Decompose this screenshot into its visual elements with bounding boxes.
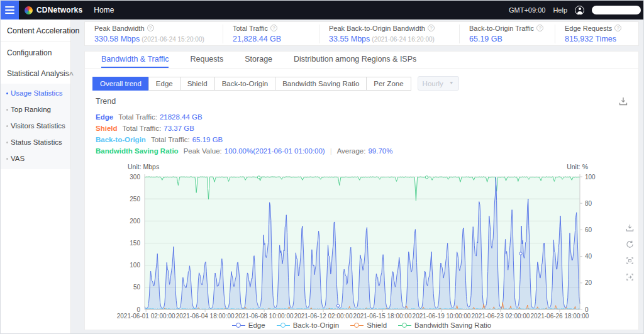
stat-peak-bandwidth: Peak Bandwidth? 330.58 Mbps(2021-06-24 1… xyxy=(85,25,223,43)
summary-bandwidth-saving-ratio: Bandwidth Saving Ratio Peak Value: 100.0… xyxy=(96,145,638,157)
chart-toolbox xyxy=(626,223,634,284)
svg-text:100: 100 xyxy=(585,174,596,181)
svg-text:100: 100 xyxy=(130,262,140,269)
legend-back-to-origin[interactable]: Back-to-Origin xyxy=(277,321,340,329)
trend-heading: Trend xyxy=(96,97,116,106)
subtab-edge[interactable]: Edge xyxy=(148,77,180,91)
sidebar-submenu: Usage Statistics Top Ranking Visitors St… xyxy=(1,84,70,169)
sidebar: Content Acceleration Configuration Stati… xyxy=(1,19,71,333)
subtab-overall-trend[interactable]: Overall trend xyxy=(92,77,149,91)
refresh-icon[interactable] xyxy=(626,240,634,251)
interval-select[interactable]: Hourly ▼ xyxy=(418,76,459,91)
sidebar-item-vas[interactable]: VAS xyxy=(1,150,70,167)
tab-requests[interactable]: Requests xyxy=(190,55,223,68)
svg-text:2021-06-08 10:00:00: 2021-06-08 10:00:00 xyxy=(235,313,294,320)
svg-text:2021-06-26 18:00:00: 2021-06-26 18:00:00 xyxy=(531,313,589,320)
cdnetworks-logo-icon xyxy=(25,6,33,14)
summary-edge: Edge Total Traffic: 21828.44 GB xyxy=(96,111,638,123)
svg-text:80: 80 xyxy=(585,200,592,207)
svg-text:2021-06-19 10:00:00: 2021-06-19 10:00:00 xyxy=(413,313,471,320)
sidebar-item-top-ranking[interactable]: Top Ranking xyxy=(1,101,70,118)
analysis-panel: Bandwidth & Traffic Requests Storage Dis… xyxy=(84,51,639,330)
legend-marker-icon xyxy=(277,323,290,328)
legend-marker-icon xyxy=(350,323,364,328)
svg-text:Unit: %: Unit: % xyxy=(567,163,588,170)
help-circle-icon[interactable]: ? xyxy=(147,25,154,31)
sidebar-item-configuration[interactable]: Configuration xyxy=(1,42,70,63)
legend-marker-icon xyxy=(232,323,245,328)
sub-tabs: Overall trend Edge Shield Back-to-Origin… xyxy=(92,76,638,91)
global-search-input[interactable] xyxy=(592,6,641,14)
help-circle-icon[interactable]: ? xyxy=(270,25,277,31)
trend-chart-canvas[interactable]: 0501001502002503000204060801002021-06-01… xyxy=(85,162,639,320)
svg-text:150: 150 xyxy=(130,240,140,247)
help-circle-icon[interactable]: ? xyxy=(614,25,621,31)
sidebar-item-status-statistics[interactable]: Status Statistics xyxy=(1,134,70,150)
legend-marker-icon xyxy=(398,323,411,328)
svg-text:2021-06-01 02:00:00: 2021-06-01 02:00:00 xyxy=(117,313,175,320)
help-circle-icon[interactable]: ? xyxy=(428,25,435,31)
brand: CDNetworks xyxy=(25,6,82,14)
legend-bandwidth-saving-ratio[interactable]: Bandwidth Saving Ratio xyxy=(398,321,491,329)
avatar-icon[interactable] xyxy=(575,6,584,15)
zoom-reset-icon[interactable] xyxy=(626,272,634,284)
legend-shield[interactable]: Shield xyxy=(350,321,387,329)
chart-legend: Edge Back-to-Origin Shield Bandwidth Sav… xyxy=(85,321,638,329)
help-link[interactable]: Help xyxy=(553,6,567,14)
svg-text:2021-06-04 18:00:00: 2021-06-04 18:00:00 xyxy=(176,313,235,320)
subtab-per-zone[interactable]: Per Zone xyxy=(366,77,411,91)
timezone-selector[interactable]: GMT+09:00 xyxy=(509,6,545,14)
tab-bandwidth-traffic[interactable]: Bandwidth & Traffic xyxy=(101,55,169,68)
legend-edge[interactable]: Edge xyxy=(232,321,265,329)
svg-text:20: 20 xyxy=(585,279,592,286)
stat-peak-b2o-bandwidth: Peak Back-to-Origin Bandwidth? 33.55 Mbp… xyxy=(319,25,459,43)
sidebar-item-usage-statistics[interactable]: Usage Statistics xyxy=(1,85,70,101)
download-report-icon[interactable] xyxy=(619,97,628,106)
svg-text:250: 250 xyxy=(130,196,140,203)
save-image-icon[interactable] xyxy=(626,223,634,235)
trend-chart: 0501001502002503000204060801002021-06-01… xyxy=(85,162,638,320)
svg-text:50: 50 xyxy=(133,284,141,291)
svg-text:0: 0 xyxy=(585,306,589,313)
svg-text:2021-06-23 02:00:00: 2021-06-23 02:00:00 xyxy=(472,313,530,320)
summary-shield: Shield Total Traffic: 73.37 GB xyxy=(96,123,638,134)
main-tabs: Bandwidth & Traffic Requests Storage Dis… xyxy=(85,52,638,69)
svg-text:Unit: Mbps: Unit: Mbps xyxy=(128,163,159,170)
svg-text:0: 0 xyxy=(136,306,140,313)
help-circle-icon[interactable]: ? xyxy=(536,25,543,31)
svg-text:60: 60 xyxy=(585,226,592,233)
stat-edge-requests: Edge Requests? 815,932 Times xyxy=(555,25,638,43)
subtab-shield[interactable]: Shield xyxy=(180,77,215,91)
zoom-select-icon[interactable] xyxy=(626,256,634,267)
svg-text:40: 40 xyxy=(585,253,592,260)
chevron-down-icon: ▼ xyxy=(449,81,454,86)
hamburger-menu-icon[interactable] xyxy=(1,1,19,19)
tab-distribution[interactable]: Distribution among Regions & ISPs xyxy=(294,55,416,68)
main-content: Peak Bandwidth? 330.58 Mbps(2021-06-24 1… xyxy=(71,19,643,333)
summary-back-to-origin: Back-to-Origin Total Traffic: 65.19 GB xyxy=(96,134,638,145)
svg-text:300: 300 xyxy=(130,174,140,181)
svg-text:2021-06-12 02:00:00: 2021-06-12 02:00:00 xyxy=(294,313,353,320)
sidebar-item-visitors-statistics[interactable]: Visitors Statistics xyxy=(1,118,70,134)
svg-text:2021-06-15 18:00:00: 2021-06-15 18:00:00 xyxy=(353,313,412,320)
series-summary: Edge Total Traffic: 21828.44 GB Shield T… xyxy=(96,111,638,157)
tab-storage[interactable]: Storage xyxy=(245,55,272,68)
brand-name: CDNetworks xyxy=(36,6,82,14)
subtab-bandwidth-saving-ratio[interactable]: Bandwidth Saving Ratio xyxy=(275,77,367,91)
sidebar-item-statistical-analysis[interactable]: Statistical Analysis ∧ xyxy=(1,63,70,84)
sidebar-title: Content Acceleration xyxy=(1,19,70,42)
svg-text:200: 200 xyxy=(130,218,140,225)
subtab-back-to-origin[interactable]: Back-to-Origin xyxy=(214,77,276,91)
top-bar: CDNetworks Home GMT+09:00 Help xyxy=(1,1,644,19)
nav-home[interactable]: Home xyxy=(94,6,114,14)
stat-b2o-traffic: Back-to-Origin Traffic? 65.19 GB xyxy=(459,25,555,43)
stat-total-traffic: Total Traffic? 21,828.44 GB xyxy=(223,25,319,43)
stats-summary-card: Peak Bandwidth? 330.58 Mbps(2021-06-24 1… xyxy=(84,21,639,46)
